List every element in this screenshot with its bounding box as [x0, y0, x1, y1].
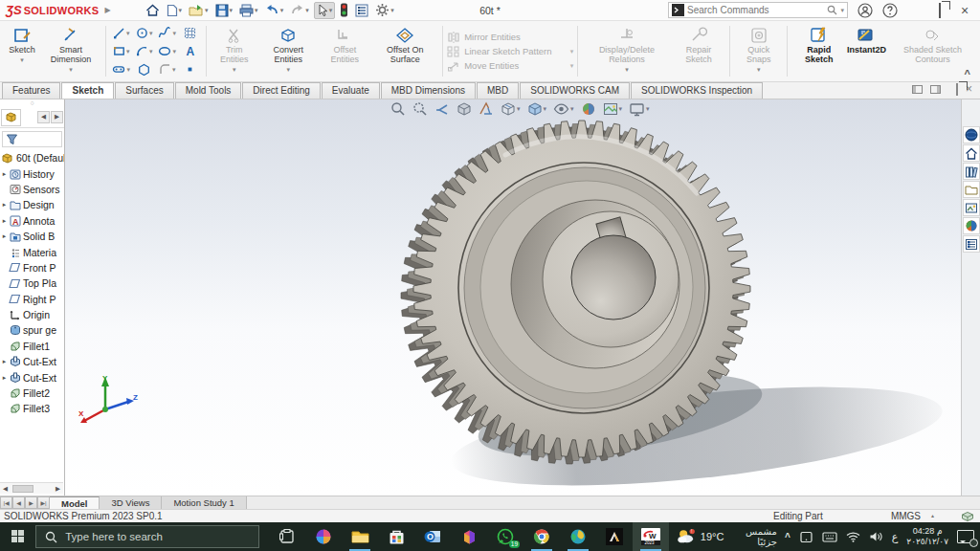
caret-down-icon[interactable]: ▾ — [757, 66, 761, 74]
instant2d-button[interactable]: Instant2D — [846, 24, 887, 57]
scroll-left-icon[interactable]: ◀ — [37, 111, 50, 123]
ribbon-collapse-chevron[interactable]: ^ — [965, 68, 970, 79]
circle-tool[interactable]: ▾ — [133, 24, 156, 42]
last-tab-icon[interactable]: ▶| — [37, 496, 50, 509]
display-style-button[interactable]: ▾ — [527, 101, 547, 117]
rebuild-button[interactable] — [338, 2, 350, 18]
m365-button[interactable] — [451, 522, 487, 551]
command-search[interactable]: ▾ — [668, 2, 848, 18]
caret-down-icon[interactable]: ▾ — [69, 66, 73, 74]
arc-tool[interactable]: ▾ — [133, 42, 156, 60]
caret-down-icon[interactable]: ▾ — [149, 30, 153, 37]
zoom-to-area-button[interactable] — [412, 101, 428, 117]
tab-mold-tools[interactable]: Mold Tools — [175, 82, 242, 99]
tray-chevron-icon[interactable]: ^ — [785, 532, 791, 542]
options-gear-button[interactable]: ▾ — [373, 2, 396, 18]
home-button[interactable] — [144, 3, 162, 18]
file-properties-button[interactable] — [353, 3, 370, 18]
tab-direct-editing[interactable]: Direct Editing — [242, 82, 320, 99]
sketch-button[interactable]: Sketch ▾ — [4, 24, 40, 66]
tab-solidworks-inspection[interactable]: SOLIDWORKS Inspection — [631, 82, 763, 99]
caret-down-icon[interactable]: ▾ — [205, 7, 209, 14]
caret-down-icon[interactable]: ▾ — [570, 48, 574, 55]
spline-tool[interactable]: ▾ — [156, 24, 179, 42]
undo-button[interactable]: ▾ — [263, 3, 286, 17]
caret-down-icon[interactable]: ▾ — [625, 66, 629, 74]
model-tab[interactable]: Model — [50, 496, 100, 509]
smart-dimension-button[interactable]: Smart Dimension ▾ — [40, 24, 101, 75]
expand-icon[interactable]: ▸ — [0, 374, 9, 382]
tablet-mode-icon[interactable] — [799, 531, 813, 543]
tree-item-fillet1[interactable]: Fillet1 — [0, 339, 64, 354]
new-document-button[interactable]: ▾ — [165, 3, 185, 18]
move-entities-button[interactable]: Move Entities ▾ — [447, 60, 573, 72]
previous-view-button[interactable] — [434, 101, 450, 117]
linear-sketch-pattern-button[interactable]: Linear Sketch Pattern ▾ — [447, 46, 573, 57]
appearances-scenes-button[interactable] — [963, 217, 980, 234]
expand-icon[interactable]: ▸ — [0, 232, 9, 240]
tab-features[interactable]: Features — [2, 82, 60, 99]
apply-scene-button[interactable]: ▾ — [603, 101, 623, 117]
caret-down-icon[interactable]: ▾ — [517, 105, 521, 113]
file-explorer-button[interactable] — [342, 522, 378, 551]
autodesk-app-button[interactable] — [596, 522, 633, 551]
start-button[interactable] — [0, 522, 35, 551]
task-view-button[interactable] — [269, 522, 305, 551]
scroll-left-icon[interactable]: ◀ — [0, 485, 11, 493]
caret-down-icon[interactable]: ▾ — [390, 7, 394, 14]
language-indicator[interactable]: ع — [892, 531, 899, 543]
offset-on-surface-button[interactable]: Offset On Surface — [371, 24, 438, 67]
units-selector[interactable]: MMGS — [891, 511, 921, 521]
prev-tab-icon[interactable]: ◀ — [12, 496, 25, 509]
wifi-icon[interactable] — [846, 532, 860, 542]
volume-icon[interactable] — [869, 531, 883, 542]
text-tool[interactable]: A — [179, 42, 202, 60]
caret-down-icon[interactable]: ▾ — [570, 62, 574, 70]
search-icon[interactable] — [827, 5, 837, 15]
weather-widget[interactable]: ! 19°C مشمس جزئيًا — [669, 526, 785, 547]
shaded-sketch-contours-button[interactable]: Shaded Sketch Contours — [887, 24, 978, 67]
first-tab-icon[interactable]: |◀ — [0, 496, 12, 509]
tab-sketch[interactable]: Sketch — [61, 82, 114, 99]
tree-filter-box[interactable] — [2, 131, 62, 147]
section-view-button[interactable] — [457, 101, 472, 117]
tree-item-front-plane[interactable]: Front P — [0, 260, 64, 276]
help-icon[interactable] — [882, 3, 898, 18]
tree-item-fillet2[interactable]: Fillet2 — [0, 386, 64, 401]
caret-down-icon[interactable]: ▾ — [329, 7, 333, 14]
custom-properties-button[interactable] — [963, 235, 980, 253]
tab-solidworks-cam[interactable]: SOLIDWORKS CAM — [520, 82, 630, 99]
zoom-to-fit-button[interactable] — [390, 101, 406, 117]
view-settings-button[interactable]: ▾ — [629, 101, 650, 117]
microsoft-store-button[interactable] — [378, 522, 414, 551]
scroll-right-icon[interactable]: ▶ — [51, 111, 63, 123]
tree-item-sensors[interactable]: Sensors — [0, 182, 64, 197]
trim-entities-button[interactable]: Trim Entities ▾ — [211, 24, 258, 75]
quick-snaps-button[interactable]: Quick Snaps ▾ — [734, 24, 783, 75]
menu-expand-icon[interactable]: ▶ — [104, 6, 110, 14]
repair-sketch-button[interactable]: Repair Sketch — [672, 24, 725, 67]
redo-button[interactable]: ▾ — [288, 3, 311, 17]
caret-down-icon[interactable]: ▾ — [840, 7, 844, 14]
caret-down-icon[interactable]: ▾ — [646, 105, 650, 113]
solidworks-logo[interactable]: ƷS SOLIDWORKS ▶ — [0, 3, 117, 17]
outlook-button[interactable]: O — [414, 522, 451, 551]
rapid-sketch-button[interactable]: Rapid Sketch — [791, 24, 846, 67]
expand-icon[interactable]: ▸ — [0, 358, 9, 365]
caret-down-icon[interactable]: ▾ — [305, 7, 309, 14]
scrollbar-thumb[interactable] — [12, 485, 33, 493]
taskbar-search-input[interactable] — [65, 531, 250, 542]
caret-down-icon[interactable]: ▾ — [544, 105, 547, 113]
next-tab-icon[interactable]: ▶ — [25, 496, 37, 509]
pane-splitter-handle[interactable]: ○ — [0, 99, 64, 107]
3d-views-tab[interactable]: 3D Views — [100, 496, 162, 509]
tree-item-design[interactable]: ▸ Design — [0, 197, 64, 212]
annotation-views-button[interactable] — [479, 101, 494, 117]
caret-down-icon[interactable]: ▾ — [20, 56, 24, 64]
tree-item-origin[interactable]: Origin — [0, 307, 64, 322]
pane-right-icon[interactable] — [930, 85, 941, 94]
caret-down-icon[interactable]: ▾ — [570, 105, 574, 113]
caret-down-icon[interactable]: ▾ — [619, 105, 623, 113]
notification-center-icon[interactable] — [957, 530, 974, 543]
featuremanager-tab[interactable] — [1, 109, 21, 126]
